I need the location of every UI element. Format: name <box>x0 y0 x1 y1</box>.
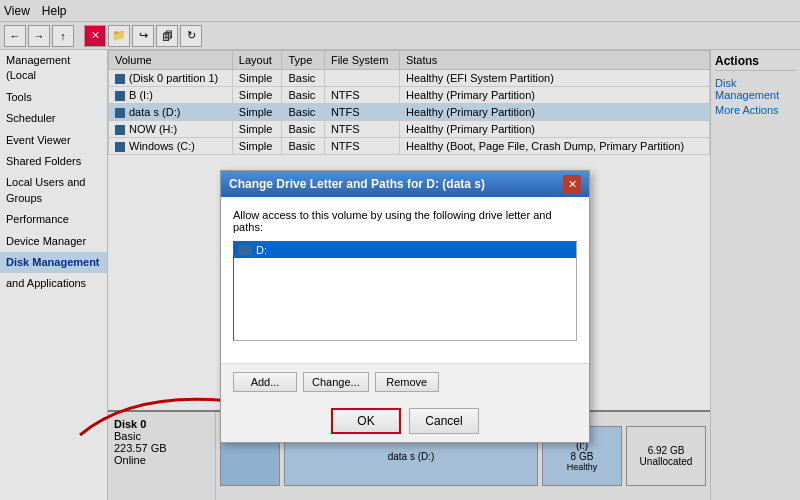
drive-letter-value: D: <box>256 244 267 256</box>
dialog-overlay: Change Drive Letter and Paths for D: (da… <box>0 0 800 500</box>
drive-letter-item[interactable]: D: <box>234 242 576 258</box>
dialog-description: Allow access to this volume by using the… <box>233 209 577 233</box>
change-button[interactable]: Change... <box>303 372 369 392</box>
dialog-body: Allow access to this volume by using the… <box>221 197 589 363</box>
dialog-title: Change Drive Letter and Paths for D: (da… <box>229 177 485 191</box>
dialog-footer: Add... Change... Remove <box>221 363 589 400</box>
remove-button[interactable]: Remove <box>375 372 439 392</box>
add-button[interactable]: Add... <box>233 372 297 392</box>
ok-button[interactable]: OK <box>331 408 401 434</box>
drive-letter-icon <box>238 245 252 255</box>
dialog-titlebar: Change Drive Letter and Paths for D: (da… <box>221 171 589 197</box>
drive-letter-listbox[interactable]: D: <box>233 241 577 341</box>
dialog-action-buttons: OK Cancel <box>221 400 589 442</box>
change-drive-dialog: Change Drive Letter and Paths for D: (da… <box>220 170 590 443</box>
dialog-close-button[interactable]: ✕ <box>563 175 581 193</box>
cancel-button[interactable]: Cancel <box>409 408 479 434</box>
